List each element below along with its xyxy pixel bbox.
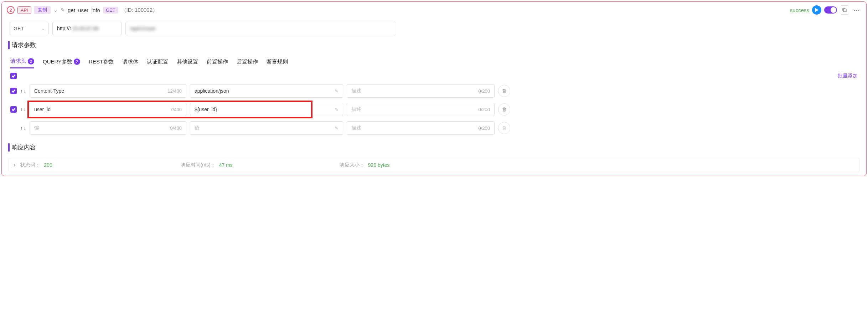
tab-pre-action[interactable]: 前置操作: [207, 58, 228, 68]
response-summary: › 状态码： 200 响应时间(ms)： 47 ms 响应大小： 920 byt…: [8, 158, 860, 172]
api-title: get_user_info: [68, 7, 100, 13]
key-input[interactable]: user_id 7/400: [30, 103, 186, 116]
path-input[interactable]: /api/v1/user: [125, 22, 396, 35]
tab-query-params[interactable]: QUERY参数2: [43, 58, 80, 68]
select-all-checkbox[interactable]: [10, 73, 17, 79]
move-down-icon[interactable]: ↓: [24, 88, 26, 94]
response-content-title: 响应内容: [8, 143, 861, 152]
batch-add-link[interactable]: 批量添加: [838, 73, 858, 79]
api-tag: API: [17, 6, 31, 14]
move-up-icon[interactable]: ↑: [20, 88, 23, 94]
copy-icon-button[interactable]: [840, 5, 849, 15]
desc-input[interactable]: 描述 0/200: [347, 121, 495, 135]
tab-request-headers[interactable]: 请求头2: [10, 58, 34, 68]
row-checkbox[interactable]: [10, 88, 17, 94]
api-id: （ID: 100002）: [121, 7, 158, 14]
delete-button: [498, 122, 510, 134]
api-step-panel: 2 API 复制 ⌄ ✎ get_user_info GET （ID: 1000…: [1, 1, 867, 176]
response-time-label: 响应时间(ms)：: [181, 162, 216, 168]
move-down-icon[interactable]: ↓: [24, 125, 26, 131]
desc-input[interactable]: 描述 0/200: [347, 103, 495, 116]
response-size-value: 920 bytes: [368, 162, 390, 168]
delete-button[interactable]: [498, 103, 510, 116]
status-text: success: [790, 7, 809, 13]
svg-rect-0: [843, 9, 846, 12]
tab-body[interactable]: 请求体: [122, 58, 138, 68]
tab-assertion[interactable]: 断言规则: [267, 58, 288, 68]
edit-icon[interactable]: ✎: [335, 107, 339, 112]
value-input-tail[interactable]: ✎: [311, 103, 343, 116]
tab-rest-params[interactable]: REST参数: [89, 58, 114, 68]
tabs: 请求头2 QUERY参数2 REST参数 请求体 认证配置 其他设置 前置操作 …: [7, 58, 861, 68]
move-up-icon[interactable]: ↑: [20, 107, 23, 112]
value-input[interactable]: 值 ✎: [190, 121, 343, 135]
status-code-label: 状态码：: [20, 162, 40, 168]
key-input[interactable]: Content-Type 12/400: [30, 84, 186, 98]
delete-button[interactable]: [498, 85, 510, 97]
edit-icon[interactable]: ✎: [335, 88, 339, 94]
method-select[interactable]: GET ⌄: [10, 22, 49, 35]
param-row: ↑ ↓ Content-Type 12/400 application/json…: [7, 84, 861, 98]
response-size-label: 响应大小：: [340, 162, 365, 168]
tab-auth[interactable]: 认证配置: [147, 58, 168, 68]
tab-other[interactable]: 其他设置: [177, 58, 198, 68]
step-number-badge: 2: [7, 6, 15, 14]
url-row: GET ⌄ http://123.45.67.89 /api/v1/user: [7, 22, 861, 35]
value-input[interactable]: application/json ✎: [190, 84, 343, 98]
chevron-down-icon[interactable]: ⌄: [53, 7, 58, 13]
param-row: ↑ ↓ user_id 7/400 ${user_id} ✎ 描述 0/200: [7, 103, 861, 116]
run-button[interactable]: [812, 5, 821, 15]
header-row: 2 API 复制 ⌄ ✎ get_user_info GET （ID: 1000…: [7, 5, 861, 15]
edit-icon[interactable]: ✎: [335, 125, 339, 131]
row-checkbox[interactable]: [10, 106, 17, 113]
param-row: ↑ ↓ 键 0/400 值 ✎ 描述 0/200: [7, 121, 861, 135]
request-params-title: 请求参数: [8, 41, 861, 49]
expand-icon[interactable]: ›: [14, 162, 15, 168]
response-time-value: 47 ms: [219, 162, 233, 168]
move-up-icon[interactable]: ↑: [20, 125, 23, 131]
host-input[interactable]: http://123.45.67.89: [52, 22, 122, 35]
move-down-icon[interactable]: ↓: [24, 107, 26, 112]
toggle-switch[interactable]: [824, 6, 837, 14]
copy-button[interactable]: 复制: [34, 6, 51, 14]
method-tag: GET: [103, 7, 118, 14]
tab-post-action[interactable]: 后置操作: [237, 58, 258, 68]
value-input[interactable]: ${user_id}: [190, 103, 308, 116]
edit-icon[interactable]: ✎: [61, 7, 65, 13]
status-code-value: 200: [44, 162, 52, 168]
more-icon[interactable]: ⋯: [852, 6, 861, 14]
key-input[interactable]: 键 0/400: [30, 121, 186, 135]
desc-input[interactable]: 描述 0/200: [347, 84, 495, 98]
